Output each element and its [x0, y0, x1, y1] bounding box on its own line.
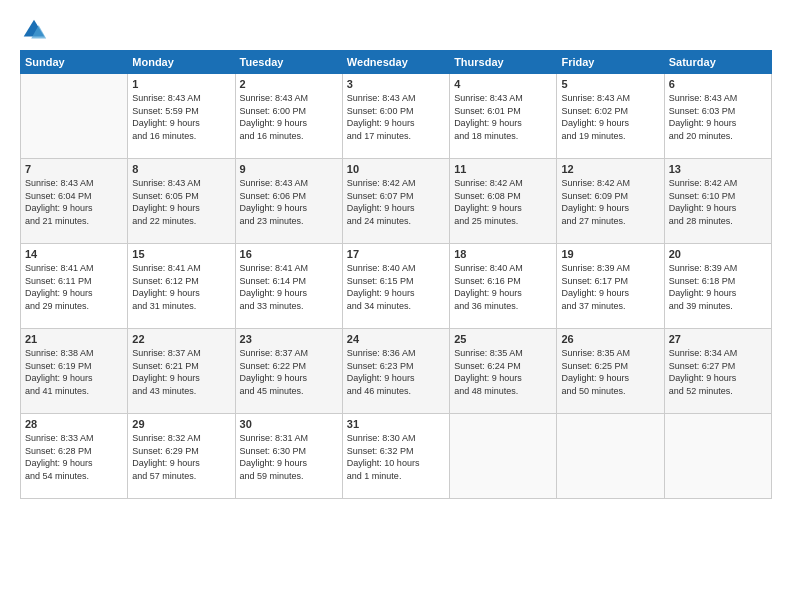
week-row-0: 1Sunrise: 8:43 AMSunset: 5:59 PMDaylight…	[21, 74, 772, 159]
cell-line: and 19 minutes.	[561, 130, 659, 143]
calendar-cell	[21, 74, 128, 159]
cell-line: Daylight: 9 hours	[561, 372, 659, 385]
day-number: 28	[25, 418, 123, 430]
cell-line: and 39 minutes.	[669, 300, 767, 313]
week-row-4: 28Sunrise: 8:33 AMSunset: 6:28 PMDayligh…	[21, 414, 772, 499]
cell-line: and 48 minutes.	[454, 385, 552, 398]
cell-line: Sunrise: 8:40 AM	[347, 262, 445, 275]
cell-line: Sunset: 6:19 PM	[25, 360, 123, 373]
cell-line: Sunset: 6:15 PM	[347, 275, 445, 288]
day-number: 31	[347, 418, 445, 430]
calendar-cell: 31Sunrise: 8:30 AMSunset: 6:32 PMDayligh…	[342, 414, 449, 499]
calendar-cell: 10Sunrise: 8:42 AMSunset: 6:07 PMDayligh…	[342, 159, 449, 244]
cell-line: Sunrise: 8:35 AM	[561, 347, 659, 360]
header-cell-sunday: Sunday	[21, 51, 128, 74]
cell-line: Sunset: 6:04 PM	[25, 190, 123, 203]
cell-line: Sunrise: 8:43 AM	[25, 177, 123, 190]
calendar-cell: 21Sunrise: 8:38 AMSunset: 6:19 PMDayligh…	[21, 329, 128, 414]
cell-line: and 46 minutes.	[347, 385, 445, 398]
calendar-cell	[450, 414, 557, 499]
cell-line: Daylight: 9 hours	[561, 287, 659, 300]
cell-line: Sunset: 6:24 PM	[454, 360, 552, 373]
header-row: SundayMondayTuesdayWednesdayThursdayFrid…	[21, 51, 772, 74]
cell-line: Sunset: 6:21 PM	[132, 360, 230, 373]
cell-line: Daylight: 9 hours	[240, 457, 338, 470]
cell-line: Sunset: 5:59 PM	[132, 105, 230, 118]
cell-line: Sunset: 6:16 PM	[454, 275, 552, 288]
cell-line: Sunset: 6:08 PM	[454, 190, 552, 203]
cell-line: Sunset: 6:17 PM	[561, 275, 659, 288]
cell-line: Sunset: 6:14 PM	[240, 275, 338, 288]
day-number: 5	[561, 78, 659, 90]
calendar-cell: 7Sunrise: 8:43 AMSunset: 6:04 PMDaylight…	[21, 159, 128, 244]
cell-line: Sunrise: 8:41 AM	[25, 262, 123, 275]
calendar-cell: 11Sunrise: 8:42 AMSunset: 6:08 PMDayligh…	[450, 159, 557, 244]
cell-line: Sunrise: 8:43 AM	[132, 92, 230, 105]
cell-line: Sunrise: 8:32 AM	[132, 432, 230, 445]
calendar-cell: 13Sunrise: 8:42 AMSunset: 6:10 PMDayligh…	[664, 159, 771, 244]
cell-line: Sunrise: 8:39 AM	[669, 262, 767, 275]
week-row-2: 14Sunrise: 8:41 AMSunset: 6:11 PMDayligh…	[21, 244, 772, 329]
cell-line: Daylight: 9 hours	[561, 202, 659, 215]
cell-line: and 23 minutes.	[240, 215, 338, 228]
cell-line: Daylight: 9 hours	[240, 117, 338, 130]
cell-line: and 50 minutes.	[561, 385, 659, 398]
calendar-cell	[664, 414, 771, 499]
cell-line: and 21 minutes.	[25, 215, 123, 228]
cell-line: Sunset: 6:06 PM	[240, 190, 338, 203]
cell-line: and 54 minutes.	[25, 470, 123, 483]
cell-line: Sunset: 6:03 PM	[669, 105, 767, 118]
day-number: 1	[132, 78, 230, 90]
cell-line: Daylight: 9 hours	[669, 202, 767, 215]
cell-line: and 17 minutes.	[347, 130, 445, 143]
calendar-cell: 30Sunrise: 8:31 AMSunset: 6:30 PMDayligh…	[235, 414, 342, 499]
calendar-cell: 6Sunrise: 8:43 AMSunset: 6:03 PMDaylight…	[664, 74, 771, 159]
cell-line: Daylight: 9 hours	[669, 372, 767, 385]
calendar-cell: 25Sunrise: 8:35 AMSunset: 6:24 PMDayligh…	[450, 329, 557, 414]
calendar-cell	[557, 414, 664, 499]
cell-line: and 27 minutes.	[561, 215, 659, 228]
cell-line: Sunset: 6:32 PM	[347, 445, 445, 458]
cell-line: Sunset: 6:30 PM	[240, 445, 338, 458]
day-number: 19	[561, 248, 659, 260]
day-number: 2	[240, 78, 338, 90]
cell-line: and 20 minutes.	[669, 130, 767, 143]
cell-line: and 59 minutes.	[240, 470, 338, 483]
cell-line: Sunrise: 8:43 AM	[669, 92, 767, 105]
cell-line: Sunrise: 8:38 AM	[25, 347, 123, 360]
cell-line: Daylight: 9 hours	[669, 287, 767, 300]
cell-line: and 43 minutes.	[132, 385, 230, 398]
cell-line: Sunset: 6:12 PM	[132, 275, 230, 288]
cell-line: Sunrise: 8:34 AM	[669, 347, 767, 360]
cell-line: Sunrise: 8:43 AM	[132, 177, 230, 190]
calendar-cell: 29Sunrise: 8:32 AMSunset: 6:29 PMDayligh…	[128, 414, 235, 499]
cell-line: Daylight: 9 hours	[669, 117, 767, 130]
header	[20, 16, 772, 44]
day-number: 4	[454, 78, 552, 90]
day-number: 9	[240, 163, 338, 175]
cell-line: Daylight: 9 hours	[132, 117, 230, 130]
cell-line: Sunset: 6:02 PM	[561, 105, 659, 118]
calendar-table: SundayMondayTuesdayWednesdayThursdayFrid…	[20, 50, 772, 499]
cell-line: Sunset: 6:07 PM	[347, 190, 445, 203]
day-number: 16	[240, 248, 338, 260]
cell-line: Sunrise: 8:43 AM	[347, 92, 445, 105]
cell-line: Daylight: 9 hours	[454, 117, 552, 130]
calendar-cell: 9Sunrise: 8:43 AMSunset: 6:06 PMDaylight…	[235, 159, 342, 244]
day-number: 11	[454, 163, 552, 175]
page: SundayMondayTuesdayWednesdayThursdayFrid…	[0, 0, 792, 612]
cell-line: and 18 minutes.	[454, 130, 552, 143]
calendar-cell: 8Sunrise: 8:43 AMSunset: 6:05 PMDaylight…	[128, 159, 235, 244]
cell-line: Sunset: 6:05 PM	[132, 190, 230, 203]
header-cell-tuesday: Tuesday	[235, 51, 342, 74]
calendar-cell: 18Sunrise: 8:40 AMSunset: 6:16 PMDayligh…	[450, 244, 557, 329]
header-cell-thursday: Thursday	[450, 51, 557, 74]
cell-line: Sunset: 6:01 PM	[454, 105, 552, 118]
cell-line: and 24 minutes.	[347, 215, 445, 228]
cell-line: and 33 minutes.	[240, 300, 338, 313]
cell-line: Sunrise: 8:41 AM	[240, 262, 338, 275]
cell-line: Sunrise: 8:31 AM	[240, 432, 338, 445]
calendar-cell: 17Sunrise: 8:40 AMSunset: 6:15 PMDayligh…	[342, 244, 449, 329]
cell-line: Sunset: 6:11 PM	[25, 275, 123, 288]
cell-line: Daylight: 9 hours	[25, 202, 123, 215]
